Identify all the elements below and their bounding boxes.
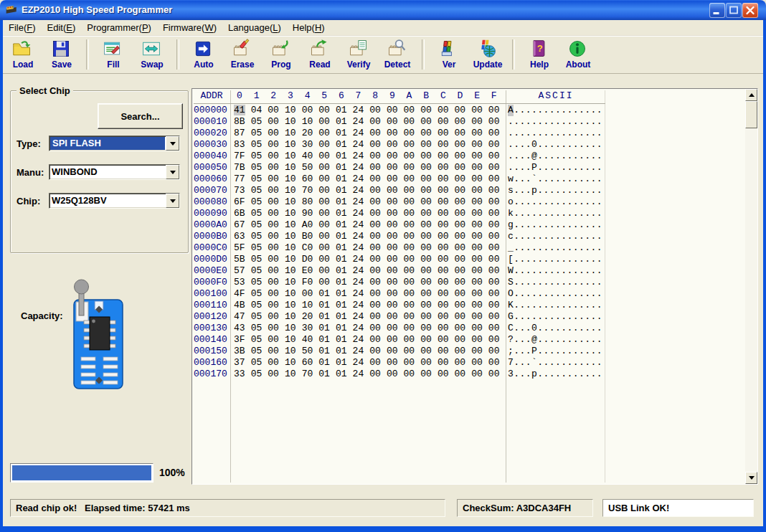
hex-byte[interactable]: 73 (234, 185, 251, 196)
hex-byte[interactable]: 00 (268, 346, 285, 357)
scrollbar-thumb[interactable] (745, 101, 757, 128)
hex-row[interactable]: 0000407F050010400001240000000000000000..… (192, 151, 745, 162)
detect-button[interactable]: Detect (379, 39, 416, 70)
hex-byte[interactable]: 05 (251, 277, 268, 288)
hex-byte[interactable]: 77 (234, 174, 251, 185)
hex-byte[interactable]: 00 (404, 346, 421, 357)
hex-byte[interactable]: 00 (302, 288, 319, 300)
hex-byte[interactable]: 00 (471, 323, 488, 334)
hex-byte[interactable]: 00 (471, 300, 488, 311)
hex-byte[interactable]: 24 (353, 254, 370, 265)
hex-byte[interactable]: 00 (318, 151, 336, 162)
hex-byte[interactable]: 00 (268, 185, 285, 196)
hex-byte[interactable]: 00 (488, 334, 506, 346)
hex-byte[interactable]: 01 (318, 323, 336, 334)
read-button[interactable]: Read (301, 39, 339, 70)
hex-byte[interactable]: 24 (353, 116, 370, 128)
hex-byte[interactable]: 00 (471, 196, 488, 208)
hex-byte[interactable]: 00 (455, 323, 472, 334)
hex-byte[interactable]: 00 (369, 277, 387, 288)
maximize-button[interactable] (726, 3, 742, 18)
hex-byte[interactable]: 01 (336, 300, 353, 311)
hex-byte[interactable]: 24 (353, 288, 370, 300)
hex-byte[interactable]: 00 (318, 219, 336, 231)
hex-byte[interactable]: 00 (420, 196, 438, 208)
hex-byte[interactable]: 00 (488, 105, 506, 116)
hex-byte[interactable]: E0 (302, 265, 319, 277)
hex-byte[interactable]: 10 (285, 231, 302, 242)
hex-byte[interactable]: 57 (234, 265, 251, 277)
hex-byte[interactable]: 00 (404, 254, 421, 265)
hex-byte[interactable]: 24 (353, 242, 370, 254)
hex-byte[interactable]: 05 (251, 139, 268, 151)
hex-byte[interactable]: 00 (488, 357, 506, 369)
hex-byte[interactable]: 00 (369, 300, 387, 311)
hex-byte[interactable]: 24 (353, 174, 370, 185)
hex-byte[interactable]: 24 (353, 139, 370, 151)
hex-byte[interactable]: 00 (302, 105, 319, 116)
hex-byte[interactable]: 05 (251, 208, 268, 219)
hex-byte[interactable]: 01 (336, 254, 353, 265)
hex-byte[interactable]: 40 (302, 151, 319, 162)
hex-byte[interactable]: 00 (455, 254, 472, 265)
hex-byte[interactable]: 01 (336, 196, 353, 208)
hex-byte[interactable]: 00 (420, 105, 438, 116)
hex-byte[interactable]: 00 (488, 277, 506, 288)
hex-byte[interactable]: 00 (455, 105, 472, 116)
hex-byte[interactable]: 00 (438, 277, 455, 288)
hex-byte[interactable]: 00 (420, 369, 438, 380)
hex-byte[interactable]: 00 (369, 231, 387, 242)
hex-row[interactable]: 0000906B050010900001240000000000000000k.… (192, 208, 745, 219)
hex-byte[interactable]: 01 (336, 208, 353, 219)
chip-combobox[interactable]: W25Q128BV (49, 193, 180, 209)
hex-byte[interactable]: 00 (420, 128, 438, 139)
hex-byte[interactable]: 00 (438, 369, 455, 380)
swap-button[interactable]: Swap (133, 39, 171, 70)
hex-byte[interactable]: 01 (336, 219, 353, 231)
hex-byte[interactable]: 00 (488, 369, 506, 380)
hex-byte[interactable]: 3F (234, 334, 251, 346)
hex-byte[interactable]: 00 (268, 242, 285, 254)
hex-byte[interactable]: 00 (488, 116, 506, 128)
hex-byte[interactable]: 6F (234, 196, 251, 208)
hex-byte[interactable]: 00 (369, 288, 387, 300)
hex-byte[interactable]: 00 (420, 311, 438, 323)
hex-byte[interactable]: 00 (471, 254, 488, 265)
hex-row[interactable]: 00002087050010200001240000000000000000..… (192, 128, 745, 139)
hex-row[interactable]: 00013043050010300101240000000000000000C.… (192, 323, 745, 334)
hex-byte[interactable]: 00 (455, 219, 472, 231)
hex-byte[interactable]: 00 (438, 346, 455, 357)
hex-byte[interactable]: 00 (387, 346, 404, 357)
hex-row[interactable]: 0000507B050010500001240000000000000000..… (192, 162, 745, 174)
hex-byte[interactable]: B0 (302, 231, 319, 242)
hex-byte[interactable]: 4F (234, 288, 251, 300)
hex-byte[interactable]: 00 (268, 300, 285, 311)
hex-byte[interactable]: 00 (420, 231, 438, 242)
hex-byte[interactable]: 00 (420, 334, 438, 346)
hex-byte[interactable]: 3B (234, 346, 251, 357)
hex-byte[interactable]: 00 (438, 300, 455, 311)
hex-byte[interactable]: 00 (404, 151, 421, 162)
hex-byte[interactable]: 00 (268, 105, 285, 116)
hex-byte[interactable]: 00 (438, 231, 455, 242)
hex-byte[interactable]: 00 (268, 323, 285, 334)
hex-byte[interactable]: C0 (302, 242, 319, 254)
hex-byte[interactable]: 10 (285, 357, 302, 369)
hex-byte[interactable]: 00 (488, 346, 506, 357)
hex-byte[interactable]: 00 (488, 162, 506, 174)
hex-byte[interactable]: 10 (285, 196, 302, 208)
hex-byte[interactable]: 5F (234, 242, 251, 254)
hex-byte[interactable]: 00 (488, 254, 506, 265)
hex-byte[interactable]: 01 (318, 300, 336, 311)
hex-byte[interactable]: 01 (336, 277, 353, 288)
hex-byte[interactable]: 05 (251, 300, 268, 311)
hex-byte[interactable]: 00 (455, 265, 472, 277)
hex-byte[interactable]: 00 (268, 139, 285, 151)
hex-byte[interactable]: 00 (455, 346, 472, 357)
hex-byte[interactable]: 00 (387, 196, 404, 208)
close-button[interactable] (742, 3, 758, 18)
hex-byte[interactable]: 00 (455, 162, 472, 174)
hex-byte[interactable]: 7B (234, 162, 251, 174)
hex-byte[interactable]: 00 (404, 231, 421, 242)
hex-byte[interactable]: 10 (285, 128, 302, 139)
